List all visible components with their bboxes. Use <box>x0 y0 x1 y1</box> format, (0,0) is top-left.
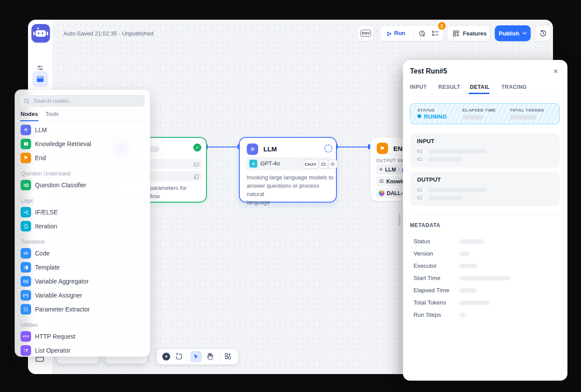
search-box[interactable] <box>20 95 145 107</box>
add-node-button[interactable]: + <box>162 353 170 360</box>
running-spinner-icon <box>324 144 332 153</box>
braces-x-icon: {x} <box>21 276 31 287</box>
canvas-toolbar: + <box>157 349 238 364</box>
topbar-divider <box>377 29 377 38</box>
section-transform: Transform <box>21 239 45 245</box>
funnel-icon <box>21 345 31 356</box>
chat-mode-badge: CHAT <box>303 160 318 168</box>
model-name: GPT-4o <box>260 160 280 167</box>
section-logic: Logic <box>21 198 34 204</box>
start-node-description: parameters for <box>150 184 187 192</box>
node-item-iteration[interactable]: Iteration <box>21 221 57 231</box>
env-tag-icon: ENV <box>360 30 371 37</box>
metadata-row-label: Start Time <box>413 275 441 281</box>
llm-model-row[interactable]: ✳ GPT-4o CHAT <box>246 157 332 170</box>
status-card: STATUS RUNING ELAPSED TIME TOTAL TOKENS <box>410 103 560 124</box>
node-item-code[interactable]: </> Code <box>21 248 49 259</box>
book-icon <box>21 139 31 149</box>
vision-robot-badge <box>319 160 328 168</box>
close-icon[interactable]: ✕ <box>553 68 558 75</box>
node-search-panel: Nodes Tools ✳ LLM Knowledge Retrieval ⚑ … <box>15 90 150 357</box>
code-icon: </> <box>21 248 31 259</box>
history-icon <box>539 30 547 37</box>
input-card: INPUT 01 02 <box>410 133 560 168</box>
run-control-group: Run 2 <box>380 25 444 41</box>
running-dot-icon <box>417 114 421 118</box>
screenshot-stage: Auto-Saved 21:02:35 · Unpublished ENV Ru… <box>0 0 581 392</box>
metadata-row-label: Version <box>413 250 433 257</box>
run-history-clock-icon[interactable] <box>419 30 426 39</box>
dot-grid-icon <box>21 304 31 315</box>
autosave-status: Auto-Saved 21:02:35 · Unpublished <box>63 30 154 37</box>
pointer-mode-button[interactable] <box>190 351 202 362</box>
node-item-parameter-extractor[interactable]: Parameter Extractor <box>21 304 90 315</box>
tab-detail[interactable]: DETAIL <box>470 84 490 90</box>
llm-mini-icon: ✳ <box>379 167 383 172</box>
paragraph-field-icon <box>194 173 199 181</box>
add-note-button[interactable] <box>175 353 182 362</box>
braces-equals-icon: {=} <box>21 290 31 301</box>
llm-node-title: LLM <box>263 145 277 153</box>
edge-llm-to-end <box>337 147 370 147</box>
search-icon <box>24 98 30 104</box>
workflow-window-icon[interactable] <box>32 71 48 87</box>
app-logo-robot-icon[interactable] <box>32 24 50 42</box>
classifier-icon <box>21 180 31 190</box>
node-item-http-request[interactable]: HTTP HTTP Request <box>21 331 75 342</box>
run-button[interactable]: Run <box>394 30 405 36</box>
node-item-template[interactable]: Template <box>21 262 60 273</box>
metadata-row-label: Elapsed Time <box>413 287 449 294</box>
hand-mode-button[interactable] <box>206 352 213 362</box>
features-blocks-icon <box>453 30 459 37</box>
llm-node[interactable]: ✳ LLM ✳ GPT-4o CHAT Invoking large langu… <box>239 137 337 203</box>
node-item-if-else[interactable]: IF/ELSE <box>21 207 58 217</box>
branch-icon <box>21 207 31 217</box>
llm-node-description: Invoking large language models to answer… <box>247 173 336 206</box>
node-item-variable-aggregator[interactable]: {x} Variable Aggregator <box>21 276 89 287</box>
end-node-flag-icon: ⚑ <box>377 143 388 154</box>
node-item-question-classifier[interactable]: Question Classifier <box>21 180 87 190</box>
dalle-icon <box>379 190 385 196</box>
play-icon <box>386 31 392 38</box>
section-utilities: Utilities <box>21 322 38 328</box>
tab-input[interactable]: INPUT <box>410 84 427 90</box>
metadata-row-label: Run Steps <box>413 312 441 318</box>
features-button[interactable]: Features <box>447 25 490 41</box>
tab-tracing[interactable]: TRACING <box>501 84 527 90</box>
node-item-knowledge-retrieval[interactable]: Knowledge Retrieval <box>21 139 91 149</box>
notification-badge: 2 <box>438 22 446 30</box>
tab-nodes[interactable]: Nodes <box>21 111 38 117</box>
flag-icon: ⚑ <box>21 153 31 163</box>
book-mini-icon <box>379 179 384 184</box>
panel-resize-handle[interactable] <box>399 214 400 226</box>
node-item-list-operator[interactable]: List Operator <box>21 345 70 356</box>
node-item-llm[interactable]: ✳ LLM <box>21 125 47 135</box>
active-tab-underline <box>20 120 38 121</box>
short-text-field-icon <box>194 161 199 169</box>
http-icon: HTTP <box>21 331 31 342</box>
test-run-panel: Test Run#5 ✕ INPUT RESULT DETAIL TRACING… <box>403 60 567 381</box>
publish-button[interactable]: Publish <box>495 25 531 41</box>
template-icon <box>21 262 31 273</box>
loop-icon <box>21 221 31 231</box>
search-input[interactable] <box>32 97 135 105</box>
checklist-icon[interactable] <box>432 30 439 39</box>
section-question-understand: Question Understand <box>21 171 70 177</box>
version-history-button[interactable] <box>535 25 551 41</box>
status-value: RUNING <box>424 113 447 120</box>
metadata-row-label: Executor <box>413 262 437 269</box>
organize-layout-button[interactable] <box>224 353 231 361</box>
start-node-description: flow <box>150 192 160 200</box>
tab-tools[interactable]: Tools <box>46 111 59 117</box>
active-tab-underline <box>469 93 490 94</box>
output-card: OUTPUT 01 02 <box>410 172 560 206</box>
metadata-row-label: Status <box>413 238 430 245</box>
llm-icon: ✳ <box>21 125 31 135</box>
tab-result[interactable]: RESULT <box>438 84 460 90</box>
success-check-icon: ✓ <box>193 144 201 151</box>
env-button[interactable]: ENV <box>358 25 374 41</box>
cursor-icon <box>193 354 199 360</box>
metadata-row-label: Total Tokens <box>413 299 446 306</box>
node-item-variable-assigner[interactable]: {=} Variable Assigner <box>21 290 82 301</box>
node-item-end[interactable]: ⚑ End <box>21 153 46 163</box>
